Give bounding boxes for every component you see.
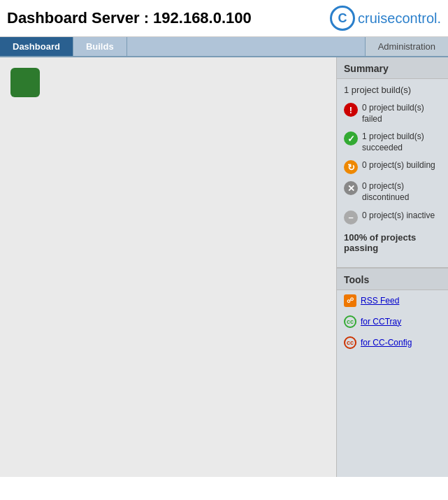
tools-title: Tools	[337, 267, 448, 290]
tab-administration[interactable]: Administration	[365, 37, 448, 56]
ccconfig-icon: cc	[344, 336, 356, 349]
header: Dashboard Server : 192.168.0.100 C cruis…	[0, 0, 448, 37]
discontinued-item: ✕ 0 project(s) discontinued	[337, 178, 448, 206]
discontinued-icon: ✕	[344, 181, 358, 195]
inactive-item: – 0 project(s) inactive	[337, 207, 448, 228]
ccconfig-item: cc for CC-Config	[337, 332, 448, 353]
sidebar: Summary 1 project build(s) ! 0 project b…	[336, 57, 448, 477]
cctray-item: cc for CCTray	[337, 311, 448, 332]
tab-dashboard[interactable]: Dashboard	[0, 37, 73, 56]
total-builds: 1 project build(s)	[337, 79, 448, 99]
discontinued-text: 0 project(s) discontinued	[362, 181, 441, 203]
rss-icon: ☍	[344, 294, 356, 307]
logo-icon: C	[330, 6, 355, 31]
page-title: Dashboard Server : 192.168.0.100	[7, 9, 252, 27]
failed-builds-text: 0 project build(s) failed	[362, 103, 441, 124]
building-icon: ↻	[344, 160, 358, 174]
success-icon: ✓	[344, 131, 358, 145]
failed-builds-item: ! 0 project build(s) failed	[337, 99, 448, 128]
building-item: ↻ 0 project(s) building	[337, 157, 448, 178]
ccconfig-link[interactable]: for CC-Config	[361, 338, 412, 348]
error-icon: !	[344, 103, 358, 117]
building-text: 0 project(s) building	[362, 160, 435, 171]
tab-builds[interactable]: Builds	[73, 37, 127, 56]
inactive-text: 0 project(s) inactive	[362, 210, 435, 222]
navigation: Dashboard Builds Administration	[0, 37, 448, 57]
logo: C cruisecontrol.	[330, 6, 441, 31]
succeeded-builds-text: 1 project build(s) succeeded	[362, 131, 441, 153]
project-status-box[interactable]	[10, 68, 40, 97]
cctray-icon: cc	[344, 315, 356, 328]
inactive-icon: –	[344, 210, 358, 224]
main-layout: Summary 1 project build(s) ! 0 project b…	[0, 57, 448, 477]
rss-feed-link[interactable]: RSS Feed	[361, 296, 399, 306]
cctray-link[interactable]: for CCTray	[361, 317, 401, 327]
logo-text: cruisecontrol.	[358, 10, 441, 27]
succeeded-builds-item: ✓ 1 project build(s) succeeded	[337, 128, 448, 157]
rss-feed-item: ☍ RSS Feed	[337, 290, 448, 311]
content-area	[0, 57, 336, 477]
summary-title: Summary	[337, 57, 448, 79]
passing-percentage: 100% of projects passing	[337, 228, 448, 260]
